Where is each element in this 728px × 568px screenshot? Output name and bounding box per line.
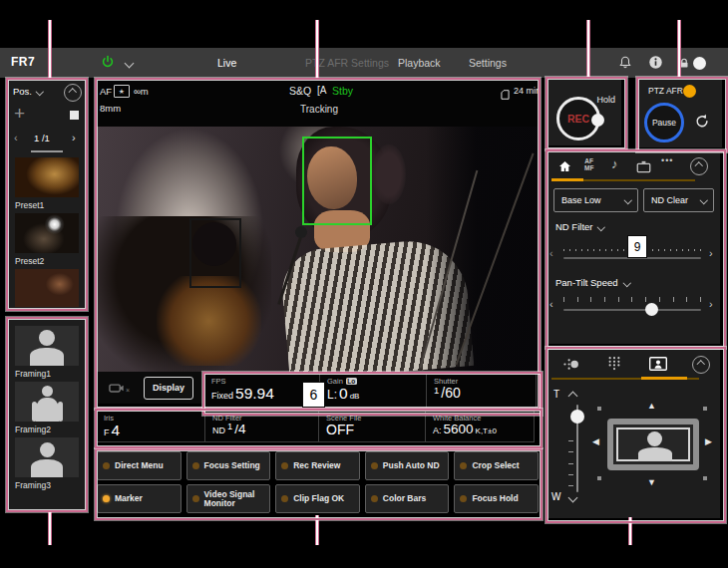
marker-button[interactable]: Marker bbox=[97, 484, 182, 513]
collapse-panel-button[interactable] bbox=[64, 84, 82, 102]
shutter-cell[interactable]: Shutter 1/60 bbox=[426, 374, 537, 410]
white-balance-cell[interactable]: White Balance A:5600K,T±0 bbox=[425, 411, 535, 442]
framing2-label: Framing2 bbox=[15, 425, 51, 434]
tab-joystick-icon[interactable] bbox=[561, 357, 579, 376]
chevron-down-icon bbox=[36, 88, 44, 96]
video-signal-monitor-button[interactable]: Video Signal Monitor bbox=[186, 484, 271, 513]
fr7-web-app-screenshot: FR7 Live PTZ AFR Settings Playback Setti… bbox=[0, 0, 728, 568]
base-sensitivity-select[interactable]: Base Low bbox=[553, 188, 638, 212]
secondary-detection-frame bbox=[189, 218, 241, 288]
tilt-down-arrow[interactable]: ▼ bbox=[647, 478, 656, 487]
info-icon[interactable] bbox=[648, 55, 663, 74]
scene-file-cell[interactable]: Scene File OFF bbox=[318, 411, 426, 442]
callout-line-ptz-afr bbox=[677, 20, 681, 79]
notifications-bell-icon[interactable] bbox=[618, 55, 632, 74]
power-icon[interactable] bbox=[101, 55, 115, 73]
push-auto-nd-button[interactable]: Push Auto ND bbox=[365, 451, 450, 480]
led-indicator bbox=[192, 462, 199, 469]
rec-review-button[interactable]: Rec Review bbox=[275, 451, 360, 480]
nd-preset-select[interactable]: ND Clear bbox=[643, 188, 714, 212]
restart-icon[interactable] bbox=[693, 112, 711, 134]
framing2-thumbnail[interactable] bbox=[15, 382, 79, 422]
person-silhouette-icon bbox=[42, 386, 53, 397]
framing3-label: Framing3 bbox=[15, 480, 51, 490]
zoom-wide-button[interactable] bbox=[568, 493, 578, 503]
callout-line-ptz-pad bbox=[628, 517, 632, 545]
display-button[interactable]: Display bbox=[144, 377, 193, 400]
live-video-view[interactable] bbox=[97, 127, 539, 372]
nd-filter-section-label[interactable]: ND Filter bbox=[555, 221, 604, 232]
tab-framing-icon[interactable] bbox=[649, 357, 667, 375]
tab-af-mf-icon[interactable]: AFMF bbox=[584, 157, 593, 171]
preset1-thumbnail[interactable] bbox=[15, 157, 79, 197]
focus-setting-button[interactable]: Focus Setting bbox=[186, 451, 271, 480]
power-menu-chevron-icon[interactable] bbox=[125, 59, 135, 69]
assignable-buttons-grid: Direct Menu Focus Setting Rec Review Pus… bbox=[97, 451, 539, 513]
preset3-thumbnail-partial[interactable] bbox=[15, 269, 79, 307]
speed-slider-track[interactable] bbox=[563, 309, 701, 311]
callout-line-viewer bbox=[315, 20, 319, 78]
callout-line-framing-panel bbox=[48, 511, 52, 545]
chevron-up-icon bbox=[69, 89, 77, 97]
page-next-button[interactable]: › bbox=[72, 132, 76, 143]
tab-settings[interactable]: Settings bbox=[469, 57, 507, 69]
pause-button[interactable]: Pause bbox=[644, 103, 684, 142]
tab-playback[interactable]: Playback bbox=[398, 57, 441, 69]
tab-monitor-icon[interactable] bbox=[636, 159, 651, 177]
speed-slider-right-arrow[interactable]: › bbox=[709, 299, 713, 310]
crop-select-button[interactable]: Crop Select bbox=[454, 451, 539, 480]
pan-tilt-diagonal-dot[interactable] bbox=[597, 476, 601, 480]
speed-slider-left-arrow[interactable]: ‹ bbox=[549, 299, 553, 310]
focus-hold-button[interactable]: Focus Hold bbox=[454, 484, 539, 513]
collapse-panel-button[interactable] bbox=[690, 157, 708, 175]
tab-audio-icon[interactable]: ♪ bbox=[611, 156, 618, 171]
framing1-thumbnail[interactable] bbox=[15, 326, 79, 366]
pan-tilt-speed-section-label[interactable]: Pan-Tilt Speed bbox=[555, 277, 629, 288]
pan-left-arrow[interactable]: ◀ bbox=[592, 437, 599, 446]
iris-cell[interactable]: Iris F4 bbox=[96, 411, 205, 442]
chevron-up-icon bbox=[695, 162, 703, 170]
callout-line-assignable bbox=[315, 515, 319, 545]
pan-right-arrow[interactable]: ▶ bbox=[705, 437, 712, 446]
direct-menu-button[interactable]: Direct Menu bbox=[97, 451, 182, 480]
tilt-up-arrow[interactable]: ▲ bbox=[647, 402, 656, 411]
color-bars-button[interactable]: Color Bars bbox=[365, 484, 450, 513]
tele-label: T bbox=[553, 389, 559, 400]
page-prev-button[interactable]: ‹ bbox=[14, 132, 18, 143]
preset-mode-select[interactable]: Pos. bbox=[13, 86, 43, 97]
clip-flag-ok-button[interactable]: Clip Flag OK bbox=[275, 484, 360, 513]
nd-filter-cell[interactable]: ND Filter ND1/4 bbox=[204, 411, 319, 442]
tracking-target-icon: ★ bbox=[114, 85, 130, 98]
led-indicator bbox=[281, 495, 288, 502]
tab-keypad-icon[interactable] bbox=[607, 356, 621, 376]
gain-cell[interactable]: GainLo L:0dB bbox=[319, 374, 427, 410]
ptz-pad-panel: T W ▲ ▼ ◀ ▶ bbox=[547, 349, 720, 518]
person-silhouette-icon bbox=[647, 431, 662, 446]
preset2-thumbnail[interactable] bbox=[15, 213, 79, 253]
stop-button[interactable] bbox=[70, 111, 79, 120]
tab-more-icon[interactable]: ••• bbox=[661, 155, 673, 165]
nd-slider-right-arrow[interactable]: › bbox=[709, 248, 713, 259]
collapse-panel-button[interactable] bbox=[692, 356, 710, 374]
active-tab-underline bbox=[641, 377, 687, 380]
framing-panel: Framing1 Framing2 Framing3 bbox=[6, 317, 88, 512]
sq-mode-indicator: S&Q bbox=[289, 85, 311, 97]
zoom-slider-knob[interactable] bbox=[570, 410, 584, 424]
tab-live[interactable]: Live bbox=[217, 57, 236, 69]
tab-home-icon[interactable] bbox=[557, 159, 572, 177]
zoom-tele-button[interactable] bbox=[568, 392, 578, 402]
framing-preview[interactable] bbox=[607, 419, 699, 470]
ptz-afr-label: PTZ AFR bbox=[648, 86, 683, 96]
nd-slider-left-arrow[interactable]: ‹ bbox=[549, 248, 553, 259]
chevron-down-icon bbox=[623, 196, 631, 204]
media-remaining: 24 min bbox=[514, 86, 541, 96]
framing3-thumbnail[interactable] bbox=[15, 437, 79, 477]
speed-slider-knob[interactable] bbox=[645, 303, 658, 316]
pan-tilt-diagonal-dot[interactable] bbox=[703, 476, 707, 480]
clip-flag-off-icon[interactable]: × bbox=[109, 383, 130, 394]
pan-tilt-diagonal-dot[interactable] bbox=[703, 407, 707, 411]
pan-tilt-diagonal-dot[interactable] bbox=[597, 407, 601, 411]
preset1-label: Preset1 bbox=[15, 200, 44, 210]
settings-row-bottom: Iris F4 ND Filter ND1/4 Scene File OFF W… bbox=[97, 411, 535, 442]
add-preset-button[interactable]: + bbox=[14, 104, 25, 123]
